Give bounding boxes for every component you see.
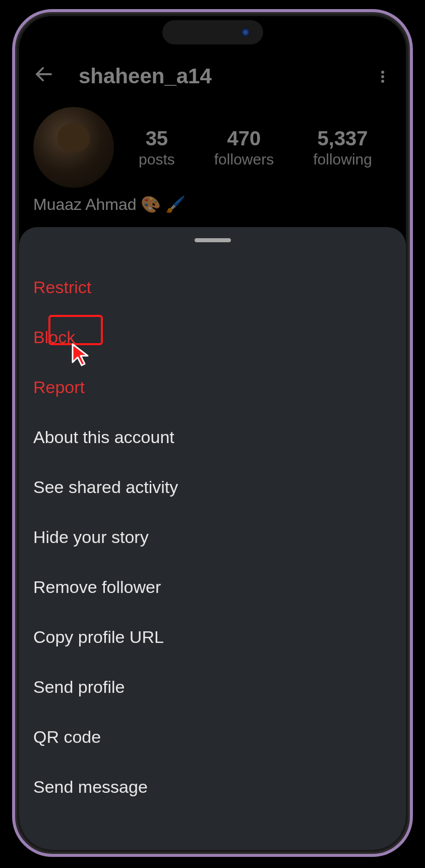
phone-volume-up bbox=[12, 194, 15, 244]
stat-followers[interactable]: 470 followers bbox=[214, 127, 274, 168]
avatar[interactable] bbox=[33, 107, 114, 188]
profile-display-name: Muaaz Ahmad 🎨 🖌️ bbox=[19, 188, 406, 214]
phone-volume-down bbox=[12, 254, 15, 305]
sheet-drag-handle[interactable] bbox=[195, 238, 231, 242]
dynamic-island bbox=[162, 20, 263, 44]
phone-side-button bbox=[12, 153, 15, 184]
stats-container: 35 posts 470 followers 5,337 following bbox=[119, 127, 392, 168]
sheet-item-report[interactable]: Report bbox=[19, 362, 406, 412]
stat-posts-count: 35 bbox=[139, 127, 175, 150]
stat-followers-count: 470 bbox=[214, 127, 274, 150]
profile-header: shaheen_a14 • • • bbox=[19, 41, 406, 97]
phone-screen-bezel: shaheen_a14 • • • 35 posts bbox=[19, 16, 406, 850]
stat-following-label: following bbox=[313, 151, 372, 168]
stat-posts-label: posts bbox=[139, 151, 175, 168]
front-camera-icon bbox=[241, 28, 250, 37]
phone-power-button bbox=[410, 214, 413, 295]
profile-stats-row: 35 posts 470 followers 5,337 following bbox=[19, 97, 406, 188]
sheet-item-remove-follower[interactable]: Remove follower bbox=[19, 562, 406, 612]
phone-frame: shaheen_a14 • • • 35 posts bbox=[12, 9, 413, 857]
stat-followers-label: followers bbox=[214, 151, 274, 168]
kebab-menu-icon: • bbox=[372, 79, 392, 83]
sheet-item-send-message[interactable]: Send message bbox=[19, 762, 406, 812]
app-screen: shaheen_a14 • • • 35 posts bbox=[19, 16, 406, 850]
stat-following[interactable]: 5,337 following bbox=[313, 127, 372, 168]
sheet-item-copy-url[interactable]: Copy profile URL bbox=[19, 612, 406, 662]
sheet-item-restrict[interactable]: Restrict bbox=[19, 262, 406, 312]
profile-username: shaheen_a14 bbox=[79, 64, 372, 88]
sheet-item-shared-activity[interactable]: See shared activity bbox=[19, 462, 406, 512]
arrow-left-icon bbox=[33, 64, 54, 85]
stat-posts[interactable]: 35 posts bbox=[139, 127, 175, 168]
more-options-button[interactable]: • • • bbox=[372, 70, 392, 83]
sheet-item-qr-code[interactable]: QR code bbox=[19, 712, 406, 762]
back-button[interactable] bbox=[33, 64, 62, 89]
action-sheet: Restrict Block Report About this account… bbox=[19, 227, 406, 850]
sheet-item-block[interactable]: Block bbox=[19, 312, 406, 362]
stat-following-count: 5,337 bbox=[313, 127, 372, 150]
sheet-item-hide-story[interactable]: Hide your story bbox=[19, 512, 406, 562]
sheet-item-about-account[interactable]: About this account bbox=[19, 412, 406, 462]
sheet-item-send-profile[interactable]: Send profile bbox=[19, 662, 406, 712]
